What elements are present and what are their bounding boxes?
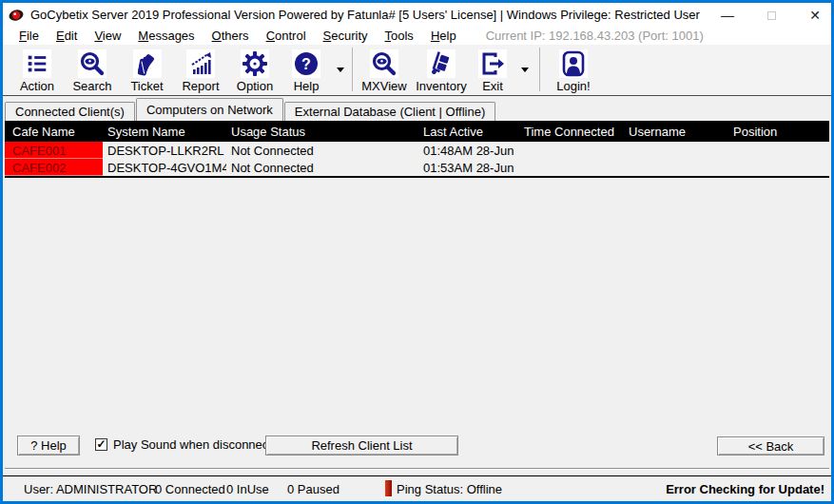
- checkbox-check-icon: ✓: [95, 438, 107, 451]
- tab-computers-on-network[interactable]: Computers on Network: [136, 98, 283, 121]
- tab-connected-clients[interactable]: Connected Client(s): [5, 102, 135, 121]
- ticket-icon: [133, 49, 162, 78]
- help-label: Help: [294, 79, 320, 93]
- mxview-button[interactable]: MXView: [355, 45, 414, 94]
- system-name-cell: DESKTOP-LLKR2RL: [103, 142, 226, 159]
- login-label: Login!: [556, 79, 590, 93]
- user-badge-icon: [559, 49, 588, 78]
- ping-bar-icon: [385, 480, 392, 496]
- title-bar: GoCybetix Server 2019 Professional Versi…: [3, 3, 831, 27]
- close-button[interactable]: ✕: [806, 8, 824, 23]
- column-time-connected: Time Connected: [519, 121, 624, 142]
- help-button[interactable]: ? Help: [281, 45, 331, 94]
- list-header: Cafe Name System Name Usage Status Last …: [5, 121, 829, 142]
- menu-edit[interactable]: Edit: [48, 29, 86, 43]
- status-bar: User: ADMINISTRATOR 0 Connected 0 InUse …: [3, 475, 831, 501]
- report-label: Report: [182, 79, 219, 93]
- app-window: GoCybetix Server 2019 Professional Versi…: [0, 0, 834, 504]
- current-ip-label: Current IP: 192.168.43.203 (Port: 1001): [486, 29, 704, 43]
- help-dropdown-arrow[interactable]: [331, 45, 350, 94]
- cafe-name-cell: CAFE001: [5, 142, 103, 159]
- status-connected: 0 Connected: [155, 482, 225, 496]
- last-active-cell: 01:53AM 28-Jun: [418, 159, 519, 176]
- chevron-down-icon: [521, 68, 529, 72]
- table-row[interactable]: CAFE001 DESKTOP-LLKR2RL Not Connected 01…: [5, 142, 829, 159]
- cafe-name-cell: CAFE002: [5, 159, 103, 176]
- exit-button[interactable]: Exit: [469, 45, 516, 94]
- option-button[interactable]: Option: [228, 45, 281, 94]
- status-inuse: 0 InUse: [226, 482, 269, 496]
- menu-others[interactable]: Others: [204, 29, 258, 43]
- ticket-button[interactable]: Ticket: [121, 45, 173, 94]
- maximize-icon: [767, 11, 776, 20]
- status-user: User: ADMINISTRATOR: [24, 482, 157, 496]
- back-button[interactable]: << Back: [717, 436, 824, 456]
- exit-label: Exit: [482, 79, 503, 93]
- toolbar-separator: [352, 48, 353, 91]
- client-list: Cafe Name System Name Usage Status Last …: [5, 121, 829, 178]
- menu-security[interactable]: Security: [315, 29, 377, 43]
- column-usage-status: Usage Status: [226, 121, 418, 142]
- menu-help[interactable]: Help: [422, 29, 465, 43]
- login-button[interactable]: Login!: [545, 45, 602, 94]
- inventory-label: Inventory: [416, 79, 466, 93]
- tab-external-database[interactable]: External Database (Client | Offline): [284, 102, 495, 121]
- app-logo-icon: [9, 8, 24, 23]
- time-connected-cell: [519, 159, 624, 176]
- column-last-active: Last Active: [418, 121, 519, 142]
- tab-strip: Connected Client(s) Computers on Network…: [5, 98, 496, 121]
- refresh-client-list-button[interactable]: Refresh Client List: [265, 436, 458, 456]
- report-button[interactable]: Report: [173, 45, 228, 94]
- column-system-name: System Name: [103, 121, 226, 142]
- action-button[interactable]: Action: [10, 45, 64, 94]
- search-button[interactable]: Search: [64, 45, 121, 94]
- system-name-cell: DESKTOP-4GVO1M4: [103, 159, 226, 176]
- maximize-button[interactable]: [763, 8, 780, 23]
- svg-text:?: ?: [301, 56, 311, 72]
- menu-bar: File Edit View Messages Others Control S…: [3, 27, 831, 45]
- column-position: Position: [728, 121, 829, 142]
- gear-icon: [241, 49, 269, 78]
- help-question-icon: ?: [292, 49, 320, 78]
- status-paused: 0 Paused: [287, 482, 339, 496]
- column-username: Username: [624, 121, 728, 142]
- exit-door-icon: [478, 49, 507, 78]
- menu-file[interactable]: File: [10, 29, 48, 43]
- inventory-button[interactable]: Inventory: [414, 45, 469, 94]
- last-active-cell: 01:48AM 28-Jun: [418, 142, 519, 159]
- minimize-button[interactable]: —: [719, 8, 736, 23]
- play-sound-label: Play Sound when disconnected: [113, 437, 285, 452]
- search-label: Search: [72, 79, 111, 93]
- window-title: GoCybetix Server 2019 Professional Versi…: [30, 8, 700, 22]
- menu-tools[interactable]: Tools: [377, 29, 422, 43]
- menu-view[interactable]: View: [86, 29, 129, 43]
- handtruck-icon: [427, 49, 456, 78]
- chevron-down-icon: [337, 68, 344, 72]
- time-connected-cell: [519, 142, 624, 159]
- username-cell: [624, 142, 728, 159]
- status-ping: Ping Status: Offline: [397, 482, 502, 496]
- action-list-icon: [23, 49, 51, 78]
- usage-status-cell: Not Connected: [226, 142, 418, 159]
- play-sound-checkbox[interactable]: ✓ Play Sound when disconnected: [95, 437, 285, 452]
- mxview-label: MXView: [361, 79, 406, 93]
- table-row[interactable]: CAFE002 DESKTOP-4GVO1M4 Not Connected 01…: [5, 159, 829, 176]
- search-eye-icon: [78, 49, 107, 78]
- toolbar-separator: [539, 48, 540, 91]
- username-cell: [624, 159, 728, 176]
- exit-dropdown-arrow[interactable]: [516, 45, 533, 94]
- action-label: Action: [20, 79, 54, 93]
- report-chart-icon: [186, 49, 215, 78]
- status-update: Error Checking for Update!: [666, 482, 824, 496]
- position-cell: [728, 142, 829, 159]
- menu-messages[interactable]: Messages: [129, 29, 203, 43]
- menu-control[interactable]: Control: [258, 29, 315, 43]
- position-cell: [728, 159, 829, 176]
- usage-status-cell: Not Connected: [226, 159, 418, 176]
- option-label: Option: [237, 79, 273, 93]
- mxview-eye-icon: [370, 49, 398, 78]
- column-cafe-name: Cafe Name: [5, 121, 103, 142]
- divider: [5, 468, 829, 470]
- toolbar: Action Search: [3, 45, 831, 96]
- help-footer-button[interactable]: ? Help: [17, 436, 80, 456]
